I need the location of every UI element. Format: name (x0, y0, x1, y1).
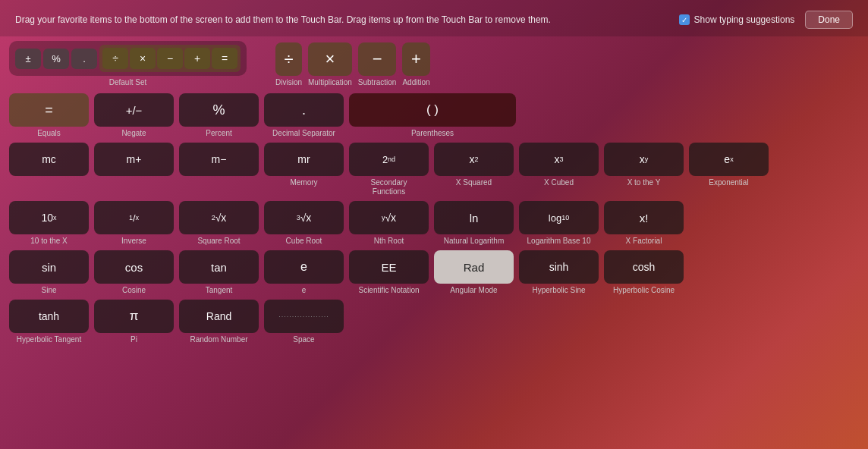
ln-label: Natural Logarithm (444, 237, 504, 246)
cube-root-label: Cube Root (286, 237, 322, 246)
addition-label: Addition (402, 78, 429, 87)
division-label: Division (275, 78, 302, 87)
negate-btn[interactable]: +/− (94, 93, 174, 127)
percent-strip-btn[interactable]: % (43, 49, 69, 69)
ln-btn[interactable]: ln (434, 201, 514, 234)
equals-label: Equals (37, 129, 61, 138)
multiplication-btn[interactable]: × (308, 42, 352, 76)
mr-label: Memory (290, 178, 317, 187)
m-minus-btn[interactable]: m− (179, 143, 259, 176)
mc-btn[interactable]: mc (9, 143, 89, 176)
multiplication-label: Multiplication (308, 78, 352, 87)
default-set-label: Default Set (109, 78, 146, 87)
division-btn[interactable]: ÷ (275, 42, 302, 76)
decimal-sep-btn[interactable]: . (264, 93, 344, 127)
tan-label: Tangent (206, 286, 233, 295)
x-to-y-label: X to the Y (627, 178, 661, 187)
secondary-label: SecondaryFunctions (371, 178, 407, 196)
secondary-btn[interactable]: 2nd (349, 143, 429, 176)
top-bar: Drag your favorite items to the bottom o… (0, 0, 868, 36)
cube-root-btn[interactable]: 3√x (264, 201, 344, 234)
negate-label: Negate (121, 129, 146, 138)
ee-btn[interactable]: EE (349, 250, 429, 284)
tanh-label: Hyperbolic Tangent (17, 335, 81, 344)
square-root-btn[interactable]: 2√x (179, 201, 259, 234)
x-squared-label: X Squared (456, 178, 492, 187)
rand-btn[interactable]: Rand (179, 300, 259, 333)
sinh-label: Hyperbolic Sine (532, 286, 585, 295)
m-plus-btn[interactable]: m+ (94, 143, 174, 176)
x-cubed-label: X Cubed (544, 178, 574, 187)
rad-label: Angular Mode (450, 286, 497, 295)
done-button[interactable]: Done (805, 11, 853, 29)
tan-btn[interactable]: tan (179, 250, 259, 284)
instruction-text: Drag your favorite items to the bottom o… (15, 14, 551, 27)
plus-minus-strip-btn[interactable]: ± (15, 49, 41, 69)
pi-label: Pi (131, 335, 137, 344)
ten-to-x-label: 10 to the X (30, 237, 67, 246)
percent-btn[interactable]: % (179, 93, 259, 127)
space-btn[interactable]: ··················· (264, 300, 344, 333)
rand-label: Random Number (190, 335, 247, 344)
show-typing-checkbox[interactable]: ✓ (679, 14, 690, 25)
sinh-btn[interactable]: sinh (519, 250, 599, 284)
equals-btn[interactable]: = (9, 93, 89, 127)
subtraction-label: Subtraction (358, 78, 397, 87)
log10-label: Logarithm Base 10 (527, 237, 591, 246)
subtract-strip-btn[interactable]: − (157, 48, 183, 69)
pi-btn[interactable]: π (94, 300, 174, 333)
default-set-strip: ± % . ÷ × − + = (9, 41, 247, 76)
ee-label: Scientific Notation (358, 286, 419, 295)
percent-label: Percent (206, 129, 231, 138)
cos-label: Cosine (122, 286, 146, 295)
rad-btn[interactable]: Rad (434, 250, 514, 284)
factorial-btn[interactable]: x! (604, 201, 684, 234)
e-const-label: e (302, 286, 307, 295)
addition-btn[interactable]: + (402, 42, 429, 76)
exponential-btn[interactable]: ex (689, 143, 769, 176)
cosh-btn[interactable]: cosh (604, 250, 684, 284)
decimal-sep-label: Decimal Separator (272, 129, 335, 138)
log10-btn[interactable]: log10 (519, 201, 599, 234)
tanh-btn[interactable]: tanh (9, 300, 89, 333)
ten-to-x-btn[interactable]: 10x (9, 201, 89, 234)
equals-strip-btn[interactable]: = (212, 48, 237, 69)
sin-btn[interactable]: sin (9, 250, 89, 284)
mr-btn[interactable]: mr (264, 143, 344, 176)
add-strip-btn[interactable]: + (184, 48, 210, 69)
divide-strip-btn[interactable]: ÷ (102, 48, 128, 69)
parentheses-btn[interactable]: ( ) (349, 93, 516, 127)
cos-btn[interactable]: cos (94, 250, 174, 284)
sin-label: Sine (41, 286, 56, 295)
decimal-strip-btn[interactable]: . (71, 49, 97, 69)
parentheses-label: Parentheses (411, 129, 454, 138)
x-to-y-btn[interactable]: xy (604, 143, 684, 176)
cosh-label: Hyperbolic Cosine (613, 286, 675, 295)
nth-root-btn[interactable]: y√x (349, 201, 429, 234)
subtraction-btn[interactable]: − (358, 42, 397, 76)
nth-root-label: Nth Root (374, 237, 404, 246)
square-root-label: Square Root (197, 237, 240, 246)
factorial-label: X Factorial (626, 237, 662, 246)
x-cubed-btn[interactable]: x3 (519, 143, 599, 176)
e-const-btn[interactable]: e (264, 250, 344, 284)
inverse-label: Inverse (121, 237, 146, 246)
space-label: Space (293, 335, 314, 344)
multiply-strip-btn[interactable]: × (130, 48, 156, 69)
inverse-btn[interactable]: 1/x (94, 201, 174, 234)
show-typing-label: Show typing suggestions (694, 14, 795, 25)
exponential-label: Exponential (709, 178, 748, 187)
x-squared-btn[interactable]: x2 (434, 143, 514, 176)
